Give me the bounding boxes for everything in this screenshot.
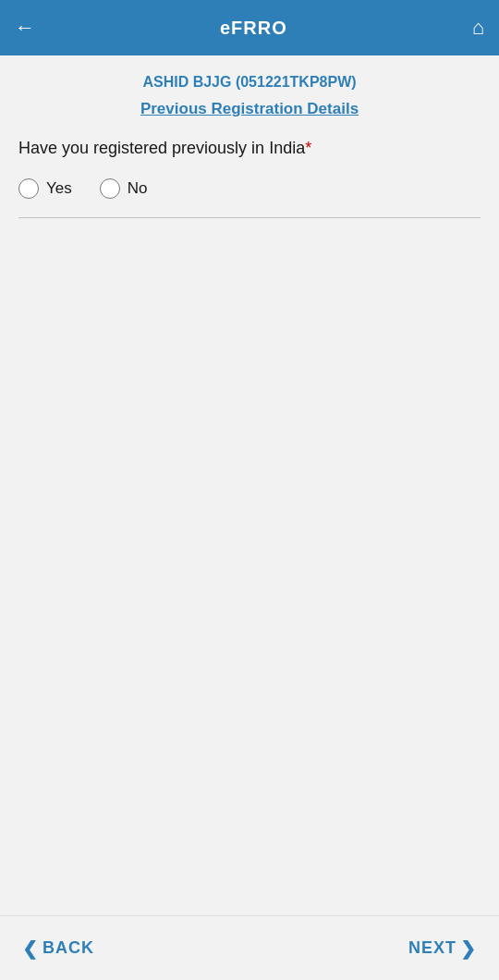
- app-header: ← eFRRO ⌂: [0, 0, 499, 55]
- required-star: *: [305, 139, 311, 157]
- back-button[interactable]: ❮ BACK: [22, 937, 94, 960]
- radio-no-option[interactable]: No: [100, 178, 148, 199]
- section-title[interactable]: Previous Registration Details: [18, 100, 481, 118]
- radio-no-label: No: [128, 179, 148, 198]
- radio-group: Yes No: [18, 178, 481, 199]
- radio-yes-label: Yes: [46, 179, 72, 198]
- radio-yes-input[interactable]: [18, 178, 39, 199]
- next-label: NEXT: [408, 938, 456, 958]
- app-title: eFRRO: [220, 18, 287, 39]
- radio-yes-option[interactable]: Yes: [18, 178, 72, 199]
- footer: ❮ BACK NEXT ❯: [0, 915, 499, 980]
- question-label: Have you registered previously in India*: [18, 137, 481, 160]
- user-id-label: ASHID BJJG (051221TKP8PW): [18, 74, 481, 91]
- next-arrow-icon: ❯: [460, 937, 477, 960]
- section-divider: [18, 217, 481, 218]
- main-content: ASHID BJJG (051221TKP8PW) Previous Regis…: [0, 55, 499, 915]
- next-button[interactable]: NEXT ❯: [408, 937, 477, 960]
- back-icon[interactable]: ←: [15, 16, 35, 40]
- radio-no-input[interactable]: [100, 178, 120, 199]
- back-arrow-icon: ❮: [22, 937, 39, 960]
- home-icon[interactable]: ⌂: [472, 16, 484, 40]
- back-label: BACK: [43, 938, 94, 958]
